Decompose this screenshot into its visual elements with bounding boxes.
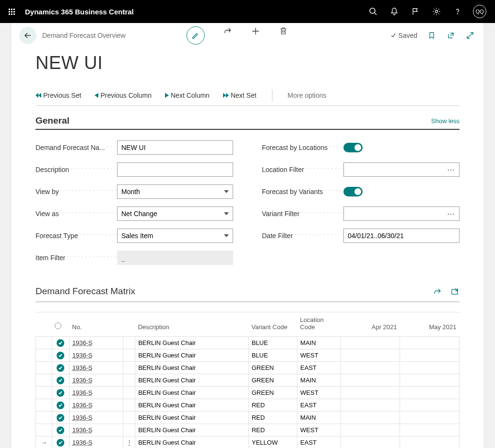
avatar[interactable]: QQ (473, 5, 486, 18)
table-row[interactable]: 1936-SBERLIN Guest ChairBLUEWEST (36, 349, 460, 362)
cell-no[interactable]: 1936-S (69, 387, 123, 399)
flag-icon[interactable] (405, 0, 426, 23)
cell-location: WEST (297, 387, 341, 399)
col-month-1[interactable]: Apr 2021 (341, 312, 400, 337)
col-location[interactable]: Location Code (297, 312, 341, 337)
cell-no[interactable]: 1936-S (69, 337, 123, 349)
cell-month-2[interactable] (400, 374, 460, 387)
row-check-icon[interactable] (57, 426, 64, 434)
show-less-link[interactable]: Show less (431, 117, 460, 125)
search-icon[interactable] (363, 0, 384, 23)
more-options-button[interactable]: More options (288, 92, 327, 99)
table-row[interactable]: 1936-SBERLIN Guest ChairGREENWEST (36, 387, 460, 399)
cell-month-2[interactable] (400, 337, 460, 349)
variant-filter-lookup-icon[interactable]: ⋯ (447, 209, 456, 218)
cell-location: MAIN (297, 337, 341, 349)
bookmark-icon[interactable] (427, 31, 436, 40)
select-all-radio[interactable] (55, 322, 61, 329)
cell-month-2[interactable] (400, 424, 460, 437)
row-check-icon[interactable] (57, 402, 64, 409)
cell-location: EAST (297, 362, 341, 374)
row-check-icon[interactable] (57, 352, 64, 359)
item-filter-input[interactable] (117, 251, 233, 265)
view-as-select[interactable]: Net Change (117, 207, 233, 221)
matrix-maximize-icon[interactable] (450, 287, 460, 296)
table-row[interactable]: 1936-SBERLIN Guest ChairGREENMAIN (36, 374, 460, 387)
cell-no[interactable]: 1936-S (69, 424, 123, 437)
cell-month-1[interactable] (341, 362, 400, 374)
cell-variant: RED (248, 399, 297, 412)
table-row[interactable]: 1936-SBERLIN Guest ChairREDMAIN (36, 412, 460, 424)
date-filter-input[interactable] (343, 229, 460, 243)
table-row[interactable]: 1936-SBERLIN Guest ChairREDWEST (36, 424, 460, 437)
forecast-type-select[interactable]: Sales Item (117, 229, 233, 243)
col-description[interactable]: Description (135, 312, 249, 337)
gear-icon[interactable] (426, 0, 447, 23)
row-check-icon[interactable] (57, 364, 64, 372)
cell-description: BERLIN Guest Chair (135, 374, 249, 387)
location-filter-lookup-icon[interactable]: ⋯ (447, 165, 456, 174)
forecast-by-variants-toggle[interactable] (343, 187, 363, 196)
cell-month-2[interactable] (400, 399, 460, 412)
cell-no[interactable]: 1936-S (69, 349, 123, 362)
location-filter-input[interactable] (343, 162, 460, 177)
view-by-select[interactable]: Month (117, 184, 233, 199)
matrix-share-icon[interactable] (433, 287, 442, 296)
cell-no[interactable]: 1936-S (69, 399, 123, 412)
edit-button[interactable] (187, 26, 205, 45)
cell-description: BERLIN Guest Chair (135, 399, 249, 412)
table-row[interactable]: 1936-SBERLIN Guest ChairREDEAST (36, 399, 460, 412)
row-check-icon[interactable] (57, 389, 64, 397)
cell-month-1[interactable] (341, 412, 400, 424)
new-icon[interactable] (251, 26, 260, 36)
general-section-title: General (35, 115, 70, 126)
row-check-icon[interactable] (57, 414, 64, 422)
help-icon[interactable] (447, 0, 468, 23)
cell-month-2[interactable] (400, 387, 460, 399)
cell-month-2[interactable] (400, 412, 460, 424)
forecast-by-locations-toggle[interactable] (343, 143, 363, 152)
cell-variant: RED (248, 424, 297, 437)
cell-month-2[interactable] (400, 362, 460, 374)
cell-month-2[interactable] (400, 437, 460, 448)
notification-icon[interactable] (384, 0, 405, 23)
variant-filter-input[interactable] (343, 207, 460, 221)
cell-month-1[interactable] (341, 337, 400, 349)
cell-month-1[interactable] (341, 349, 400, 362)
row-check-icon[interactable] (57, 339, 64, 347)
page-header: Demand Forecast Overview Saved (12, 23, 483, 48)
cell-month-1[interactable] (341, 387, 400, 399)
cell-month-1[interactable] (341, 424, 400, 437)
cell-description: BERLIN Guest Chair (135, 424, 249, 437)
back-button[interactable] (19, 27, 36, 44)
row-menu-icon[interactable]: ⋮ (126, 439, 132, 446)
expand-icon[interactable] (465, 31, 475, 40)
app-launcher-icon[interactable] (4, 4, 19, 19)
label-forecast-name: Demand Forecast Na... (35, 144, 117, 151)
forecast-name-input[interactable] (117, 140, 233, 155)
cell-month-1[interactable] (341, 437, 400, 448)
col-month-2[interactable]: May 2021 (400, 312, 460, 337)
table-row[interactable]: →1936-S⋮BERLIN Guest ChairYELLOWEAST (36, 437, 460, 448)
col-variant[interactable]: Variant Code (248, 312, 297, 337)
cell-no[interactable]: 1936-S (69, 374, 123, 387)
cell-month-1[interactable] (341, 374, 400, 387)
row-check-icon[interactable] (57, 439, 64, 447)
cell-month-2[interactable] (400, 349, 460, 362)
cell-no[interactable]: 1936-S (69, 412, 123, 424)
cell-no[interactable]: 1936-S (69, 437, 123, 448)
next-column-button[interactable]: Next Column (165, 92, 210, 99)
previous-column-button[interactable]: Previous Column (94, 92, 152, 99)
popout-icon[interactable] (446, 31, 456, 40)
cell-month-1[interactable] (341, 399, 400, 412)
cell-no[interactable]: 1936-S (69, 362, 123, 374)
table-row[interactable]: 1936-SBERLIN Guest ChairBLUEMAIN (36, 337, 460, 349)
previous-set-button[interactable]: Previous Set (35, 92, 81, 99)
next-set-button[interactable]: Next Set (223, 92, 257, 99)
share-icon[interactable] (223, 26, 233, 36)
row-check-icon[interactable] (57, 377, 64, 384)
col-no[interactable]: No. (69, 312, 123, 337)
description-input[interactable] (117, 162, 233, 177)
table-row[interactable]: 1936-SBERLIN Guest ChairGREENEAST (36, 362, 460, 374)
delete-icon[interactable] (279, 26, 288, 36)
